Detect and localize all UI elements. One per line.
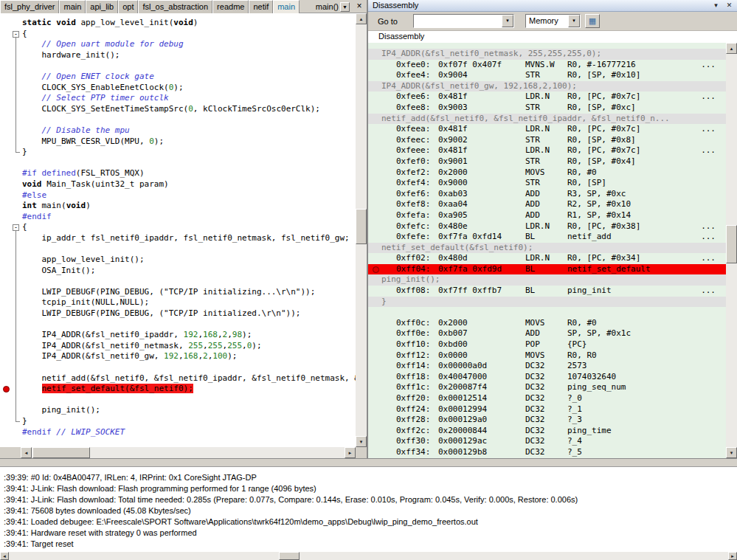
function-selector[interactable]: main() ▼ [314, 2, 351, 12]
editor-gutter[interactable] [0, 233, 22, 244]
disassembly-titlebar[interactable]: Disassembly ▾ ✕ [368, 0, 737, 12]
editor-gutter[interactable] [0, 373, 22, 384]
editor-gutter[interactable] [0, 212, 22, 223]
scroll-left-icon[interactable]: ◄ [21, 447, 32, 458]
code-area[interactable]: static void app_low_level_init(void)-{ /… [0, 13, 356, 447]
window-menu-icon[interactable]: ▾ [711, 1, 721, 10]
scroll-down-icon[interactable]: ▼ [726, 447, 737, 458]
fold-collapse-icon[interactable]: - [13, 31, 19, 38]
editor-gutter[interactable] [0, 416, 22, 427]
close-document-icon[interactable]: × [354, 1, 364, 12]
editor-gutter[interactable] [0, 266, 22, 277]
editor-gutter[interactable] [0, 384, 22, 395]
code-text: CLOCK_SYS_SetEnetTimeStampSrc(0, kClockT… [22, 104, 320, 114]
memory-combobox[interactable]: Memory ▼ [525, 14, 581, 28]
fold-line [15, 362, 16, 373]
code-line: MPU_BWR_CESR_VLD(MPU, 0); [0, 136, 356, 148]
horizontal-splitter[interactable] [0, 458, 737, 467]
tab-netif[interactable]: netif [249, 0, 273, 13]
editor-gutter[interactable] [0, 125, 22, 136]
scroll-up-icon[interactable]: ▲ [726, 43, 737, 54]
editor-gutter[interactable] [0, 341, 22, 352]
editor-gutter[interactable] [0, 427, 22, 438]
editor-gutter[interactable] [0, 104, 22, 115]
editor-gutter[interactable] [0, 83, 22, 94]
breakpoint-icon[interactable] [3, 386, 10, 393]
debug-log[interactable]: :39:39: #0 Id: 0x4BA00477, IRLen: 4, IRP… [0, 467, 737, 552]
editor-gutter[interactable] [0, 147, 22, 158]
disasm-mnemonic: STR [525, 156, 567, 167]
editor-gutter[interactable] [0, 50, 22, 61]
tab-fsl_os_abstraction[interactable]: fsl_os_abstraction [138, 0, 212, 13]
code-text: LWIP_DEBUGF(PING_DEBUG, ("TCP/IP initial… [22, 287, 315, 297]
disasm-operands: ping_time [567, 426, 612, 437]
editor-gutter[interactable] [0, 114, 22, 125]
editor-gutter[interactable] [0, 168, 22, 179]
tab-readme[interactable]: readme [212, 0, 249, 13]
disasm-instruction-line: 0xff34:0x000129b8DC32?_5 [368, 447, 726, 458]
scrollbar-thumb[interactable] [32, 447, 90, 458]
log-horizontal-scrollbar[interactable]: ◄ ► [0, 552, 737, 560]
disasm-ellipsis: ... [701, 286, 726, 297]
tab-opt[interactable]: opt [118, 0, 138, 13]
tab-api_lib[interactable]: api_lib [86, 0, 118, 13]
breakpoint-icon[interactable] [373, 266, 379, 273]
editor-vertical-scrollbar[interactable]: ▲ ▼ [356, 13, 367, 447]
tab-fsl_phy_driver[interactable]: fsl_phy_driver [0, 0, 59, 13]
editor-gutter[interactable] [0, 190, 22, 201]
editor-gutter[interactable] [0, 395, 22, 406]
disassembly-panel: Disassembly ▾ ✕ Go to ▼ Memory ▼ ▦ Disas… [368, 0, 737, 458]
editor-gutter[interactable] [0, 243, 22, 255]
disasm-instruction-line: 0xff18:0x40047000DC321074032640 [368, 372, 726, 383]
editor-gutter[interactable] [0, 297, 22, 308]
memory-window-button[interactable]: ▦ [585, 14, 600, 28]
disassembly-vertical-scrollbar[interactable]: ▲ ▼ [726, 43, 737, 458]
editor-gutter[interactable] [0, 405, 22, 416]
scroll-left-icon[interactable]: ◄ [0, 552, 9, 560]
scrollbar-thumb[interactable] [356, 209, 367, 244]
code-text: void Main_Task(uint32_t param) [22, 179, 169, 189]
scroll-right-icon[interactable]: ► [728, 552, 737, 560]
editor-gutter[interactable] [0, 255, 22, 266]
editor-gutter[interactable] [0, 18, 22, 29]
fold-line [15, 405, 16, 416]
tab-main[interactable]: main [273, 0, 300, 13]
editor-gutter[interactable] [0, 61, 22, 72]
fold-line [15, 114, 16, 125]
fold-line [15, 61, 16, 72]
editor-gutter[interactable] [0, 72, 22, 83]
disasm-mnemonic: STR [525, 70, 567, 81]
editor-gutter[interactable] [0, 330, 22, 341]
scroll-down-icon[interactable]: ▼ [356, 436, 367, 447]
editor-gutter[interactable] [0, 362, 22, 373]
fold-collapse-icon[interactable]: - [13, 224, 19, 231]
tab-main[interactable]: main [59, 0, 86, 13]
editor-gutter[interactable] [0, 93, 22, 104]
editor-gutter[interactable] [0, 308, 22, 319]
goto-combobox[interactable]: ▼ [413, 14, 514, 28]
editor-gutter[interactable]: - [0, 222, 22, 233]
editor-gutter[interactable] [0, 276, 22, 287]
editor-gutter[interactable] [0, 351, 22, 362]
chevron-down-icon[interactable]: ▼ [568, 15, 580, 27]
scroll-right-icon[interactable]: ► [345, 447, 356, 458]
editor-gutter[interactable] [0, 287, 22, 298]
close-panel-icon[interactable]: ✕ [724, 1, 734, 10]
editor-gutter[interactable] [0, 136, 22, 148]
code-text: // Disable the mpu [22, 125, 130, 135]
scrollbar-thumb[interactable] [726, 225, 737, 263]
editor-gutter[interactable] [0, 201, 22, 212]
chevron-down-icon[interactable]: ▼ [340, 2, 350, 12]
editor-gutter[interactable] [0, 319, 22, 331]
disassembly-listing[interactable]: IP4_ADDR(&fsl_netif0_netmask, 255,255,25… [368, 43, 726, 458]
editor-gutter[interactable] [0, 179, 22, 190]
editor-gutter[interactable] [0, 158, 22, 169]
scrollbar-thumb[interactable] [279, 552, 300, 560]
chevron-down-icon[interactable]: ▼ [502, 15, 513, 27]
scroll-up-icon[interactable]: ▲ [356, 13, 367, 24]
code-line: // Open ENET clock gate [0, 72, 356, 83]
editor-gutter[interactable] [0, 39, 22, 50]
editor-gutter[interactable]: - [0, 29, 22, 40]
disasm-operands: R1, SP, #0x14 [567, 210, 631, 221]
editor-horizontal-scrollbar[interactable]: ◄ ► [21, 447, 356, 458]
